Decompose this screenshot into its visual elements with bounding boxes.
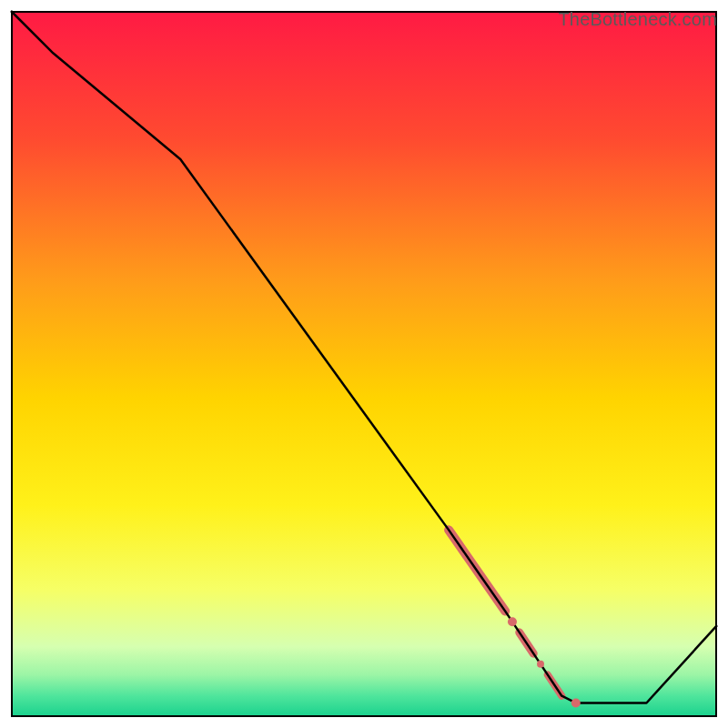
plot-area: TheBottleneck.com [11, 11, 717, 717]
chart-lines [11, 11, 717, 717]
chart-container: TheBottleneck.com [0, 0, 728, 728]
highlight-point [537, 661, 544, 668]
watermark-text: TheBottleneck.com [558, 9, 717, 30]
highlight-point [571, 698, 581, 707]
highlight-point [508, 617, 517, 626]
bottleneck-curve [11, 11, 717, 703]
